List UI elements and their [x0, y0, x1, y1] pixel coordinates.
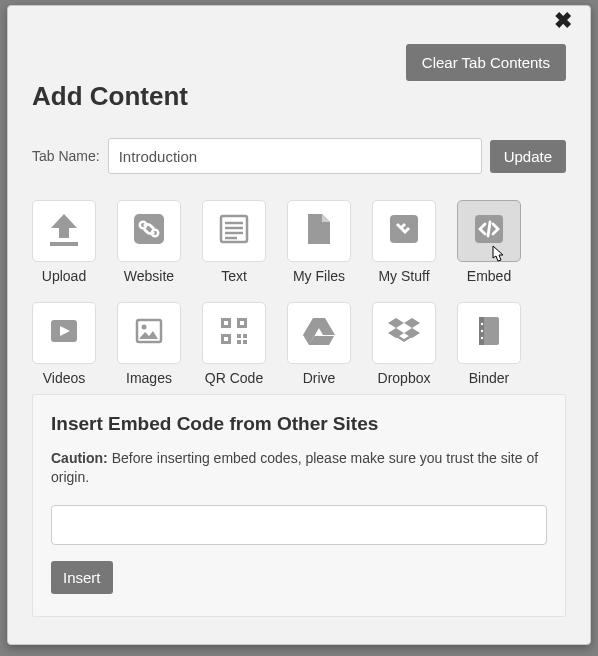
tile-myfiles[interactable]	[287, 200, 351, 262]
link-icon	[132, 212, 166, 250]
svg-rect-0	[134, 214, 164, 244]
tile-label: Drive	[303, 370, 336, 386]
content-type-grid: Upload Website Text	[32, 200, 566, 386]
stuff-icon	[387, 212, 421, 250]
tab-name-label: Tab Name:	[32, 148, 100, 164]
file-icon	[304, 212, 334, 250]
svg-rect-3	[221, 216, 247, 242]
insert-button[interactable]: Insert	[51, 561, 113, 594]
svg-rect-18	[224, 337, 228, 341]
svg-rect-12	[237, 334, 241, 338]
close-icon[interactable]: ✖	[548, 8, 578, 34]
tile-label: My Files	[293, 268, 345, 284]
tile-label: Embed	[467, 268, 511, 284]
tile-text[interactable]	[202, 200, 266, 262]
tile-images[interactable]	[117, 302, 181, 364]
tile-label: Text	[221, 268, 247, 284]
tile-embed[interactable]	[457, 200, 521, 262]
text-icon	[217, 212, 251, 250]
svg-point-21	[481, 323, 483, 325]
svg-rect-11	[221, 334, 231, 344]
tile-label: Videos	[43, 370, 86, 386]
clear-tab-contents-button[interactable]: Clear Tab Contents	[406, 44, 566, 81]
embed-icon	[472, 212, 506, 250]
svg-rect-13	[243, 334, 247, 338]
tile-mystuff[interactable]	[372, 200, 436, 262]
tile-website[interactable]	[117, 200, 181, 262]
tile-drive[interactable]	[287, 302, 351, 364]
svg-rect-6	[51, 320, 77, 342]
tile-label: QR Code	[205, 370, 263, 386]
image-icon	[132, 314, 166, 352]
svg-point-23	[481, 337, 483, 339]
tile-label: Images	[126, 370, 172, 386]
tab-name-input[interactable]	[108, 138, 482, 174]
svg-rect-17	[240, 321, 244, 325]
qrcode-icon	[219, 316, 249, 350]
svg-point-22	[481, 330, 483, 332]
tile-label: My Stuff	[378, 268, 429, 284]
svg-rect-9	[221, 318, 231, 328]
svg-rect-7	[137, 320, 161, 342]
panel-heading: Insert Embed Code from Other Sites	[51, 413, 547, 435]
svg-rect-15	[243, 340, 247, 344]
tile-label: Dropbox	[378, 370, 431, 386]
tile-binder[interactable]	[457, 302, 521, 364]
svg-rect-4	[390, 215, 418, 243]
tile-qrcode[interactable]	[202, 302, 266, 364]
svg-rect-16	[224, 321, 228, 325]
add-content-modal: ✖ Clear Tab Contents Add Content Tab Nam…	[7, 5, 591, 645]
tile-label: Upload	[42, 268, 86, 284]
tile-label: Website	[124, 268, 174, 284]
dropbox-icon	[387, 316, 421, 350]
tile-videos[interactable]	[32, 302, 96, 364]
tile-label: Binder	[469, 370, 509, 386]
video-icon	[47, 314, 81, 352]
svg-rect-10	[237, 318, 247, 328]
svg-point-8	[142, 325, 147, 330]
tile-upload[interactable]	[32, 200, 96, 262]
embed-panel: Insert Embed Code from Other Sites Cauti…	[32, 394, 566, 617]
svg-point-1	[140, 222, 146, 228]
svg-point-2	[152, 230, 158, 236]
panel-caution: Caution: Before inserting embed codes, p…	[51, 449, 547, 487]
binder-icon	[474, 314, 504, 352]
svg-rect-19	[479, 317, 499, 345]
update-button[interactable]: Update	[490, 140, 566, 173]
svg-rect-5	[475, 215, 503, 243]
svg-rect-20	[479, 317, 484, 345]
embed-code-input[interactable]	[51, 505, 547, 545]
upload-icon	[47, 212, 81, 250]
drive-icon	[302, 316, 336, 350]
tile-dropbox[interactable]	[372, 302, 436, 364]
modal-title: Add Content	[32, 81, 566, 112]
svg-rect-14	[237, 340, 241, 344]
